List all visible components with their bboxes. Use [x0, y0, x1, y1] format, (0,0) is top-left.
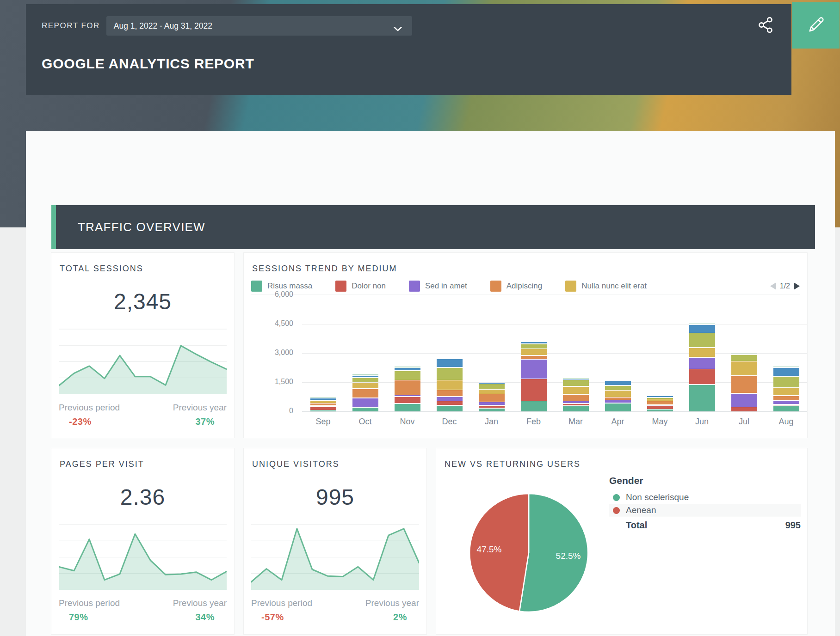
- legend-item-risus-massa[interactable]: Risus massa: [251, 281, 312, 292]
- stacked-bar-sep: [310, 295, 336, 411]
- svg-text:52.5%: 52.5%: [556, 551, 581, 561]
- prev-period-label: Previous period: [59, 598, 120, 608]
- bar-segment: [605, 381, 631, 385]
- legend-item-sed-in-amet[interactable]: Sed in amet: [409, 281, 467, 292]
- legend-page-count: 1/2: [780, 282, 790, 290]
- bar-segment: [689, 333, 715, 347]
- legend-swatch-icon: [490, 281, 501, 292]
- bar-segment: [437, 380, 463, 390]
- new-vs-returning-card: NEW VS RETURNING USERS 52.5%47.5% Gender…: [436, 448, 807, 634]
- edit-report-button[interactable]: [792, 2, 840, 49]
- bar-segment: [689, 348, 715, 357]
- svg-text:47.5%: 47.5%: [477, 544, 502, 554]
- bar-segment: [773, 401, 799, 404]
- pie-legend-row-non-scelerisque[interactable]: Non scelerisque: [609, 491, 801, 504]
- stacked-bar-plot: [302, 295, 807, 411]
- gridline: [302, 411, 807, 412]
- bar-segment: [521, 379, 547, 401]
- prev-period-value: 79%: [69, 612, 88, 623]
- x-axis-tick: Oct: [344, 417, 386, 427]
- y-axis-tick: 4,500: [252, 319, 293, 328]
- bar-segment: [563, 401, 589, 403]
- pie-total-row: Total 995: [609, 517, 801, 533]
- bar-segment: [605, 404, 631, 411]
- date-range-dropdown[interactable]: Aug 1, 2022 - Aug 31, 2022: [106, 16, 412, 36]
- unique-visitors-title: UNIQUE VISITORS: [252, 459, 340, 469]
- legend-next-icon[interactable]: [794, 282, 800, 290]
- bar-segment: [689, 385, 715, 411]
- total-sessions-sparkline: [59, 329, 227, 394]
- bar-segment: [563, 380, 589, 386]
- bar-segment: [563, 406, 589, 411]
- bar-segment: [310, 398, 336, 400]
- bar-segment: [395, 404, 420, 411]
- x-axis-tick: Jul: [723, 417, 765, 427]
- legend-prev-icon[interactable]: [770, 282, 776, 290]
- pie-legend-row-aenean[interactable]: Aenean: [609, 504, 801, 517]
- bar-segment: [479, 384, 505, 389]
- bar-segment: [352, 378, 378, 382]
- bar-segment: [395, 397, 420, 404]
- page-title: GOOGLE ANALYTICS REPORT: [42, 56, 254, 72]
- legend-item-label: Adipiscing: [506, 281, 543, 291]
- bar-segment: [395, 380, 420, 394]
- legend-item-nulla-nunc-elit-erat[interactable]: Nulla nunc elit erat: [565, 281, 647, 292]
- stacked-bar-jan: [479, 295, 505, 411]
- y-axis-tick: 1,500: [252, 378, 293, 386]
- chevron-down-icon: [394, 24, 402, 34]
- legend-item-dolor-non[interactable]: Dolor non: [335, 281, 386, 292]
- share-button[interactable]: [756, 13, 775, 37]
- bar-segment: [310, 407, 336, 410]
- legend-item-label: Nulla nunc elit erat: [581, 281, 647, 291]
- bar-segment: [352, 398, 378, 407]
- stacked-bar-oct: [352, 295, 378, 411]
- stacked-bar-apr: [605, 295, 631, 411]
- stacked-bar-nov: [395, 295, 420, 411]
- bar-segment: [731, 361, 757, 375]
- prev-year-label: Previous year: [173, 403, 227, 413]
- section-accent-bar: [51, 205, 56, 249]
- pages-per-visit-card: PAGES PER VISIT 2.36 Previous period Pre…: [51, 448, 234, 634]
- total-sessions-title: TOTAL SESSIONS: [60, 264, 143, 274]
- x-axis-tick: Sep: [302, 417, 344, 427]
- bar-segment: [479, 383, 505, 384]
- x-axis-tick: Aug: [765, 417, 807, 427]
- x-axis-tick: Mar: [555, 417, 597, 427]
- bar-segment: [521, 344, 547, 349]
- legend-swatch-icon: [409, 281, 420, 292]
- legend-item-label: Sed in amet: [425, 281, 467, 291]
- total-sessions-value: 2,345: [51, 289, 234, 314]
- bar-segment: [773, 368, 799, 376]
- pie-legend: Non scelerisque Aenean Total 995: [609, 491, 801, 533]
- bar-segment: [395, 367, 420, 367]
- bar-segment: [352, 408, 378, 411]
- prev-period-label: Previous period: [251, 598, 312, 608]
- bar-segment: [647, 398, 673, 399]
- bar-segment: [437, 368, 463, 380]
- y-axis-tick: 3,000: [252, 349, 293, 357]
- bar-segment: [647, 401, 673, 404]
- bar-segment: [689, 358, 715, 369]
- bar-segment: [563, 378, 589, 379]
- bar-segment: [521, 401, 547, 411]
- pages-per-visit-value: 2.36: [51, 484, 234, 510]
- pages-per-visit-sparkline: [59, 524, 227, 590]
- bar-segment: [647, 396, 673, 398]
- legend-swatch-icon: [565, 281, 576, 292]
- pages-per-visit-title: PAGES PER VISIT: [60, 459, 144, 469]
- prev-year-value: 34%: [195, 612, 215, 623]
- chart-legend: Risus massaDolor nonSed in ametAdipiscin…: [251, 278, 800, 294]
- bar-segment: [479, 394, 505, 401]
- bar-segment: [521, 360, 547, 379]
- unique-visitors-value: 995: [244, 484, 426, 510]
- pie-legend-title: Gender: [609, 475, 643, 486]
- bar-segment: [647, 410, 673, 411]
- x-axis-tick: Nov: [386, 417, 428, 427]
- legend-swatch-icon: [335, 281, 346, 292]
- bar-segment: [731, 354, 757, 354]
- bar-segment: [689, 369, 715, 384]
- bar-segment: [352, 376, 378, 377]
- unique-visitors-card: UNIQUE VISITORS 995 Previous period Prev…: [244, 448, 426, 634]
- stacked-bar-jun: [689, 295, 715, 411]
- legend-item-adipiscing[interactable]: Adipiscing: [490, 281, 543, 292]
